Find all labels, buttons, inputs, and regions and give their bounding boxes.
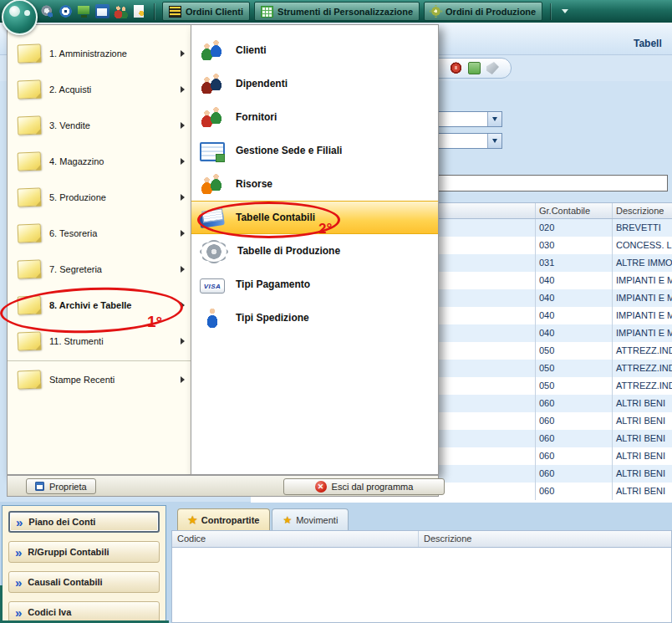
toolbar-button-ordini-produzione[interactable]: Ordini di Produzione: [424, 2, 542, 21]
nav-table-label: Piano dei Conti: [28, 517, 95, 527]
icon-label: [200, 72, 225, 95]
submenu-arrow-icon: [181, 50, 185, 57]
note-icon: [18, 115, 42, 135]
grid-header-descrizione[interactable]: Descrizione: [419, 531, 671, 547]
production-tables-gear-icon: [201, 242, 227, 262]
menu-item[interactable]: 5. Produzione: [8, 179, 191, 215]
branches-building-icon: [200, 142, 225, 161]
menu-item[interactable]: 3. Vendite: [8, 107, 191, 143]
submenu-arrow-icon: [181, 230, 185, 237]
calendar-icon[interactable]: [95, 4, 109, 18]
double-chevron-icon: [15, 546, 22, 559]
menu-item-label: 5. Produzione: [49, 192, 172, 202]
submenu-item[interactable]: Tipi Spedizione: [191, 301, 438, 334]
nav-table-button[interactable]: R/Gruppi Contabili: [8, 541, 160, 563]
submenu-item[interactable]: Gestione Sede e Filiali: [191, 134, 438, 167]
submenu-item[interactable]: Dipendenti: [191, 67, 438, 100]
tag-icon[interactable]: [486, 62, 499, 74]
application-window: Ordini Clienti Strumenti di Personalizza…: [0, 0, 672, 623]
submenu-item-label: Tipi Pagamento: [236, 278, 310, 290]
cell-descrizione: ALTRI BENI: [613, 395, 672, 412]
nav-table-button[interactable]: Piano dei Conti: [8, 511, 160, 533]
cell-gr-contabile: 060: [536, 412, 613, 430]
cell-gr-contabile: 031: [536, 254, 613, 272]
cell-gr-contabile: 060: [536, 395, 613, 412]
cell-gr-contabile: 040: [536, 307, 613, 324]
cell-gr-contabile: 050: [536, 377, 613, 395]
submenu-item-label: Tabelle di Produzione: [237, 245, 340, 257]
personalization-grid-icon: [261, 6, 273, 18]
submenu-item[interactable]: Tabelle Contabili: [191, 201, 438, 234]
submenu-item[interactable]: Fornitori: [191, 100, 438, 134]
tab-contropartite[interactable]: Contropartite: [177, 508, 270, 530]
window-caption: Tabell: [634, 38, 662, 49]
note-icon: [18, 79, 42, 99]
tab-movimenti[interactable]: Movimenti: [272, 508, 349, 530]
toolbar-button-strumenti-personalizzazione[interactable]: Strumenti di Personalizzazione: [254, 2, 420, 21]
cell-descrizione: ALTRI BENI: [613, 430, 672, 447]
submenu-item-label: Tipi Spedizione: [236, 312, 309, 324]
tab-label: Movimenti: [296, 515, 338, 525]
submenu-item[interactable]: Tabelle di Produzione: [191, 234, 438, 268]
menu-item[interactable]: 7. Segreteria: [8, 251, 191, 287]
refresh-icon[interactable]: [450, 62, 462, 74]
menu-item[interactable]: 6. Tesoreria: [8, 215, 191, 251]
submenu-item-label: Risorse: [236, 178, 272, 190]
users-icon[interactable]: [114, 4, 128, 18]
submenu-arrow-icon: [181, 122, 185, 129]
annotation-step1-label: 1°: [147, 313, 162, 331]
nav-table-button[interactable]: Causali Contabili: [8, 571, 160, 593]
toolbar-separator: [550, 3, 551, 20]
exit-x-icon: [315, 481, 327, 493]
chevron-down-icon[interactable]: [487, 134, 501, 148]
archivi-e-tabelle-submenu: Clienti Dipendenti Fornitori Ges: [191, 24, 439, 475]
grid-header-codice[interactable]: Codice: [172, 531, 419, 547]
menu-item[interactable]: Stampe Recenti: [8, 360, 191, 397]
menu-item[interactable]: 1. Amministrazione: [8, 35, 191, 71]
note-icon: [18, 43, 42, 63]
gear-settings-icon[interactable]: [40, 4, 54, 18]
menu-item[interactable]: 2. Acquisti: [8, 71, 191, 107]
app-logo-button[interactable]: [2, 0, 38, 35]
cell-gr-contabile: 040: [536, 324, 613, 342]
esci-dal-programma-button[interactable]: Esci dal programma: [283, 478, 445, 495]
star-icon: [283, 514, 292, 526]
submenu-item[interactable]: Risorse: [191, 167, 438, 201]
chevron-down-icon[interactable]: [487, 112, 501, 126]
submenu-item[interactable]: VISA Tipi Pagamento: [191, 268, 438, 301]
submenu-item[interactable]: Clienti: [191, 33, 438, 67]
report-search-icon[interactable]: [132, 4, 146, 18]
note-icon: [18, 370, 42, 389]
proprieta-button[interactable]: Proprieta: [26, 478, 96, 494]
icon-label: [201, 242, 227, 262]
cell-descrizione: ATTREZZ.IND: [613, 360, 672, 377]
cell-descrizione: ALTRI BENI: [613, 465, 672, 483]
menu-item[interactable]: 11. Strumenti: [8, 323, 191, 359]
esci-label: Esci dal programma: [332, 482, 414, 492]
toolbar-button-label: Strumenti di Personalizzazione: [277, 7, 413, 17]
cell-descrizione: CONCESS. LI: [613, 237, 672, 254]
cell-descrizione: ALTRI BENI: [613, 483, 672, 500]
menu-item[interactable]: 4. Magazzino: [8, 143, 191, 179]
submenu-arrow-icon: [181, 86, 185, 93]
grid-header-gr-contabile[interactable]: Gr.Contabile: [536, 203, 613, 218]
cell-gr-contabile: 050: [536, 342, 613, 360]
toolbar-button-ordini-clienti[interactable]: Ordini Clienti: [162, 2, 250, 21]
icon-label: [200, 306, 225, 329]
star-icon: [188, 514, 197, 526]
table-view-icon[interactable]: [468, 62, 481, 74]
cell-gr-contabile: 060: [536, 430, 613, 447]
submenu-item-label: Tabelle Contabili: [236, 212, 315, 223]
annotation-step2-label: 2°: [318, 221, 332, 237]
toolbar-overflow-chevron-icon[interactable]: [562, 9, 568, 13]
monitor-icon[interactable]: [77, 4, 91, 18]
menu-item[interactable]: 8. Archivi e Tabelle: [8, 287, 191, 323]
note-icon: [18, 331, 42, 350]
grid-header-descrizione[interactable]: Descrizione: [613, 203, 672, 218]
note-icon: [18, 223, 42, 243]
properties-icon: [35, 482, 44, 491]
shipping-types-person-icon: [200, 306, 225, 329]
submenu-arrow-icon: [181, 302, 185, 309]
submenu-item-label: Clienti: [236, 44, 267, 56]
clock-icon[interactable]: [59, 4, 73, 18]
